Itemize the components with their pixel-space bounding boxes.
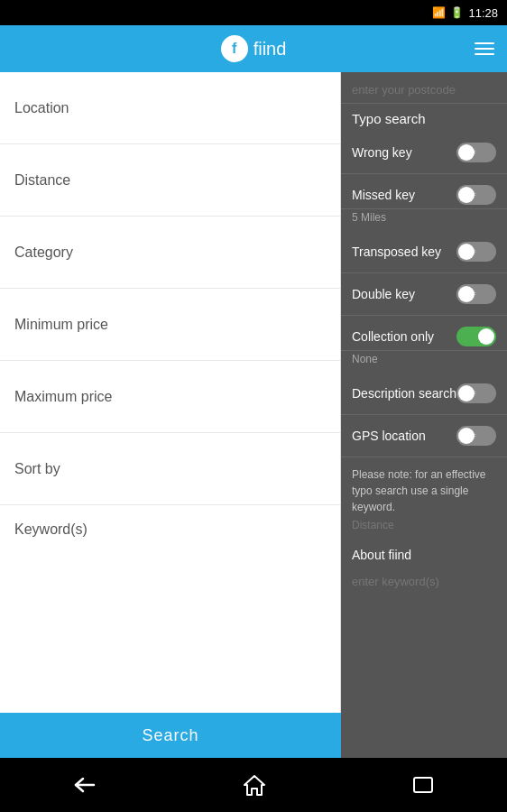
gps-location-label: GPS location [352,429,426,443]
distance-field: Distance [0,144,340,217]
max-price-label: Maximum price [14,389,326,405]
gps-location-toggle[interactable]: OFF [456,426,496,446]
main-content: Location Distance Category Minimum price… [0,72,507,758]
logo-char: f [232,41,236,57]
location-field: Location [0,72,340,144]
status-time: 11:28 [468,6,498,20]
recent-button[interactable] [411,775,435,795]
double-key-toggle[interactable]: OFF [456,284,496,304]
logo-circle: f [221,35,248,62]
collection-only-row: Collection only [341,316,507,351]
postcode-area [341,72,507,104]
app-logo: f fiind [221,35,287,62]
collection-only-knob [478,328,494,345]
note-text: Please note: for an effective typo searc… [341,457,507,542]
transposed-key-toggle[interactable]: OFF [456,242,496,262]
app-name: fiind [254,39,287,60]
svg-marker-1 [244,776,264,795]
bottom-nav [0,758,507,812]
description-search-row: Description search OFF [341,373,507,415]
sort-by-field: Sort by [0,433,340,505]
missed-key-knob [458,187,475,203]
category-label: Category [14,245,326,261]
wrong-key-knob [458,144,475,161]
min-price-label: Minimum price [14,317,326,333]
double-key-label: Double key [352,287,415,301]
status-icons: 📶 🔋 11:28 [432,6,498,20]
wrong-key-label: Wrong key [352,145,412,160]
gps-location-row: GPS location OFF [341,415,507,457]
back-button[interactable] [72,775,97,795]
keywords-label: Keyword(s) [14,521,326,538]
menu-line-1 [475,42,494,44]
right-panel: Typo search Wrong key OFF Missed key OFF… [341,72,507,758]
collection-subvalue: None [341,351,507,373]
double-key-row: Double key OFF [341,273,507,316]
wrong-key-row: Wrong key OFF [341,132,507,174]
description-search-toggle[interactable]: OFF [456,383,496,403]
distance-label: Distance [14,172,326,189]
double-key-knob [458,286,475,302]
collection-only-toggle[interactable] [456,327,496,346]
status-bar: 📶 🔋 11:28 [0,0,507,25]
menu-line-3 [475,53,494,55]
gps-location-knob [458,428,475,444]
sort-by-label: Sort by [14,461,326,477]
menu-line-2 [475,48,494,50]
search-button[interactable]: Search [0,713,341,758]
missed-key-row: Missed key OFF [341,174,507,209]
min-price-field: Minimum price [0,289,340,361]
description-search-label: Description search [352,386,456,401]
keyword-hint: enter keyword(s) [341,567,507,595]
search-button-label: Search [142,726,198,745]
transposed-key-row: Transposed key OFF [341,231,507,273]
missed-key-label: Missed key [352,188,415,202]
home-button[interactable] [243,774,266,796]
wrong-key-toggle[interactable]: OFF [456,143,496,162]
transposed-key-label: Transposed key [352,245,441,259]
about-link[interactable]: About fiind [341,542,507,567]
category-field: Category [0,217,340,289]
description-search-knob [458,385,475,401]
location-label: Location [14,100,326,116]
svg-rect-2 [414,778,432,792]
app-bar: f fiind [0,25,507,72]
left-panel: Location Distance Category Minimum price… [0,72,341,758]
menu-button[interactable] [475,42,494,55]
transposed-key-knob [458,244,475,260]
wifi-icon: 📶 [432,6,446,19]
postcode-input[interactable] [352,83,496,97]
typo-search-title: Typo search [341,104,507,132]
collection-only-label: Collection only [352,329,434,344]
battery-icon: 🔋 [450,6,464,19]
missed-key-toggle[interactable]: OFF [456,185,496,205]
distance-subvalue: 5 Miles [341,209,507,231]
max-price-field: Maximum price [0,361,340,433]
